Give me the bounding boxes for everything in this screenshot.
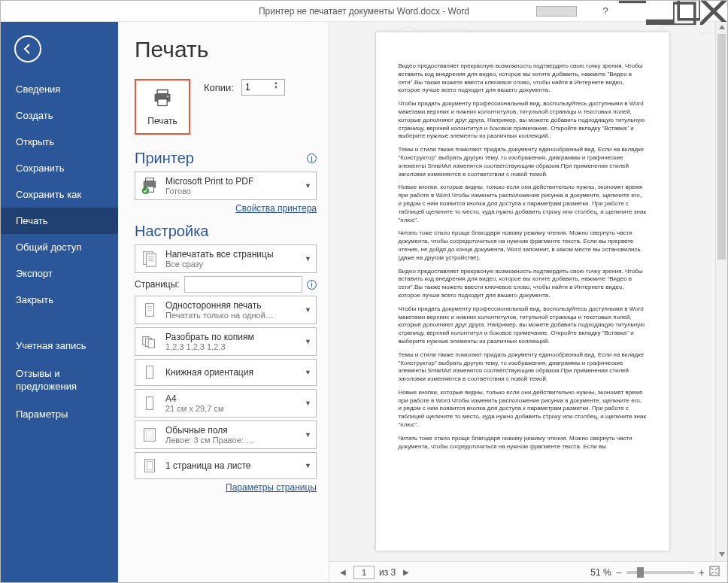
svg-rect-23 — [145, 304, 153, 317]
one-sided-selector[interactable]: Односторонняя печать Печатать только на … — [135, 296, 317, 324]
nav-account[interactable]: Учетная запись — [1, 332, 118, 360]
back-button[interactable] — [14, 35, 41, 62]
backstage-sidebar: Сведения Создать Открыть Сохранить Сохра… — [1, 22, 118, 582]
copies-value: 1 — [245, 82, 250, 93]
collated-icon — [140, 332, 159, 351]
print-button-label: Печать — [147, 116, 177, 126]
printer-icon — [152, 87, 173, 111]
orientation-selector[interactable]: Книжная ориентация ▼ — [135, 359, 317, 386]
nav-print[interactable]: Печать — [1, 208, 118, 234]
current-page-input[interactable]: 1 — [353, 566, 375, 579]
collated-selector[interactable]: Разобрать по копиям 1,2,3 1,2,3 1,2,3 ▼ — [135, 327, 317, 356]
printer-selector[interactable]: Microsoft Print to PDF Готово ▼ — [135, 172, 317, 200]
page-count-label: из 3 — [379, 567, 396, 578]
page-preview: Видео предоставляет прекрасную возможнос… — [376, 32, 669, 551]
svg-rect-19 — [146, 254, 156, 267]
preview-paragraph: Темы и стили также помогают придать доку… — [399, 351, 647, 384]
margins-selector[interactable]: Обычные поля Левое: 3 см Правое: … ▼ — [135, 421, 317, 449]
dd-title: Обычные поля — [165, 425, 300, 436]
dd-title: Односторонняя печать — [165, 300, 300, 311]
dd-sub: Печатать только на одной… — [165, 311, 300, 320]
dd-title: Книжная ориентация — [165, 367, 300, 378]
svg-point-13 — [167, 96, 169, 98]
close-button[interactable] — [700, 1, 727, 22]
pages-per-sheet-selector[interactable]: 1 страница на листе ▼ — [135, 452, 317, 479]
chevron-down-icon: ▼ — [305, 431, 311, 439]
vertical-scrollbar[interactable] — [715, 22, 727, 561]
page-setup-link[interactable]: Параметры страницы — [135, 482, 317, 493]
preview-paragraph: Темы и стили также помогают придать доку… — [399, 146, 647, 178]
svg-rect-15 — [145, 178, 153, 181]
svg-point-17 — [142, 187, 149, 194]
restore-button[interactable] — [673, 1, 700, 22]
preview-status-bar: ◀ 1 из 3 ▶ 51 % − + — [329, 561, 727, 582]
preview-paragraph: Читать тоже стало проще благодаря новому… — [399, 229, 647, 262]
copies-label: Копии: — [204, 82, 234, 93]
nav-options[interactable]: Параметры — [1, 401, 118, 427]
nav-close[interactable]: Закрыть — [1, 287, 118, 313]
nav-export[interactable]: Экспорт — [1, 260, 118, 287]
copies-input[interactable]: 1 ▲▼ — [241, 79, 285, 96]
info-icon[interactable]: i — [307, 280, 317, 290]
next-page-button[interactable]: ▶ — [400, 568, 412, 576]
pages-icon — [140, 249, 159, 269]
zoom-slider[interactable] — [626, 571, 694, 574]
printer-status: Готово — [165, 187, 300, 196]
printer-heading: Принтер — [135, 150, 194, 167]
printer-properties-link[interactable]: Свойства принтера — [135, 203, 317, 214]
print-preview-pane: Видео предоставляет прекрасную возможнос… — [329, 22, 727, 582]
pages-input[interactable] — [184, 276, 302, 293]
zoom-label: 51 % — [590, 567, 611, 578]
nav-feedback[interactable]: Отзывы и предложения — [1, 360, 118, 401]
svg-rect-36 — [710, 566, 719, 575]
account-placeholder[interactable] — [536, 6, 577, 17]
printer-name: Microsoft Print to PDF — [165, 176, 300, 187]
help-button[interactable]: ? — [592, 1, 619, 22]
paper-size-selector[interactable]: A4 21 см x 29,7 см ▼ — [135, 389, 317, 418]
margins-icon — [140, 425, 159, 445]
chevron-down-icon: ▼ — [305, 399, 311, 407]
preview-paragraph: Видео предоставляет прекрасную возможнос… — [399, 62, 647, 95]
dd-sub: Все сразу — [165, 260, 300, 269]
chevron-down-icon: ▼ — [305, 182, 311, 190]
nav-share[interactable]: Общий доступ — [1, 234, 118, 260]
print-panel: Печать Печать Копии: 1 ▲▼ — [118, 22, 329, 582]
spinner-arrows-icon[interactable]: ▲▼ — [274, 80, 283, 94]
dd-title: 1 страница на листе — [165, 460, 300, 471]
preview-paragraph: Читать тоже стало проще благодаря новому… — [399, 435, 647, 451]
svg-rect-10 — [157, 90, 168, 94]
portrait-icon — [140, 363, 159, 382]
paper-icon — [140, 393, 159, 413]
svg-rect-30 — [146, 366, 153, 379]
nav-new[interactable]: Создать — [1, 102, 118, 129]
chevron-down-icon: ▼ — [305, 306, 311, 314]
dd-title: A4 — [165, 393, 300, 404]
zoom-out-button[interactable]: − — [616, 566, 622, 578]
chevron-down-icon: ▼ — [305, 255, 311, 263]
nav-info[interactable]: Сведения — [1, 76, 118, 102]
window-title: Принтер не печатает документы Word.docx … — [259, 6, 469, 17]
page-title: Печать — [135, 37, 317, 62]
minimize-button[interactable] — [646, 1, 673, 22]
dd-sub: 1,2,3 1,2,3 1,2,3 — [165, 342, 300, 351]
print-button[interactable]: Печать — [135, 79, 190, 135]
prev-page-button[interactable]: ◀ — [337, 568, 349, 576]
zoom-in-button[interactable]: + — [699, 566, 705, 578]
nav-save-as[interactable]: Сохранить как — [1, 181, 118, 208]
info-icon[interactable]: i — [307, 153, 317, 163]
titlebar: Принтер не печатает документы Word.docx … — [1, 1, 727, 22]
print-range-selector[interactable]: Напечатать все страницы Все сразу ▼ — [135, 244, 317, 273]
chevron-down-icon: ▼ — [305, 338, 311, 345]
nav-save[interactable]: Сохранить — [1, 155, 118, 181]
dd-title: Разобрать по копиям — [165, 332, 300, 342]
svg-rect-31 — [146, 397, 153, 410]
pages-label: Страницы: — [135, 279, 180, 290]
svg-rect-0 — [619, 0, 646, 3]
chevron-down-icon: ▼ — [305, 369, 311, 376]
dd-title: Напечатать все страницы — [165, 249, 300, 260]
fit-to-window-button[interactable] — [709, 566, 720, 578]
printer-ready-icon — [140, 176, 159, 196]
nav-open[interactable]: Открыть — [1, 129, 118, 155]
one-per-sheet-icon — [140, 456, 159, 475]
ribbon-options-button[interactable] — [619, 1, 646, 22]
